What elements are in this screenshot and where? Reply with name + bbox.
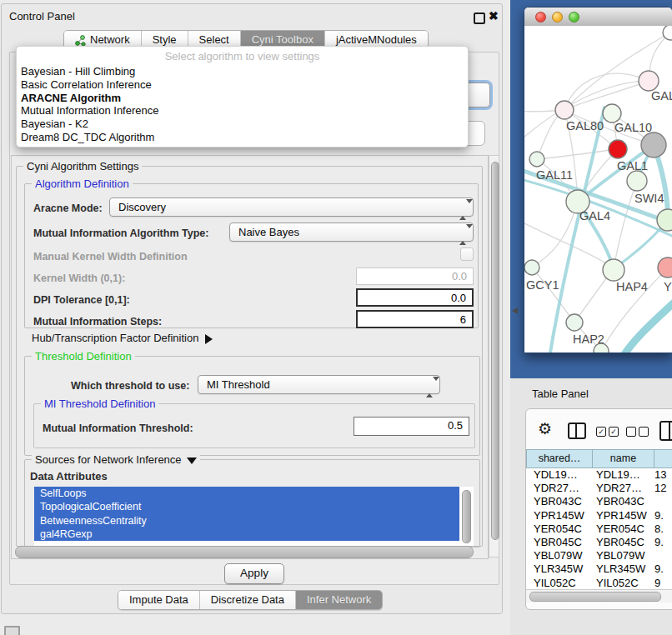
table-cell: YER054C [526, 522, 593, 536]
table-cell: YBL079W [593, 549, 654, 562]
table-row[interactable]: YBR045CYBR045C9. [526, 536, 672, 549]
application-stage: Control Panel ✖ NetworkStyleSelectCyni T… [0, 0, 672, 635]
settings-horizontal-scrollbar[interactable] [15, 546, 474, 558]
expanded-arrow-icon [187, 458, 197, 464]
table-row[interactable]: YBL079WYBL079W [526, 549, 672, 562]
node-label: HAP2 [573, 332, 604, 346]
table-cell: YIL052C [526, 577, 593, 590]
algorithm-option[interactable]: Bayesian - K2 [17, 118, 468, 131]
cyni-bottom-tabbar: Impute DataDiscretize DataInfer Network [118, 590, 383, 610]
network-node-y[interactable] [658, 258, 672, 278]
table-row[interactable]: YLR345WYLR345W9. [526, 562, 672, 576]
data-attribute-item[interactable]: gal4RGexp [34, 528, 459, 541]
algorithm-definition-group: Algorithm Definition Aracne Mode: Discov… [24, 183, 479, 328]
algorithm-option[interactable]: ARACNE Algorithm [17, 92, 468, 105]
control-panel-window: Control Panel ✖ NetworkStyleSelectCyni T… [1, 3, 503, 614]
node-label: Y [664, 280, 672, 293]
algorithm-option[interactable]: Dream8 DC_TDC Algorithm [17, 131, 468, 144]
tab-discretize-data[interactable]: Discretize Data [199, 591, 295, 609]
table-cell: YBR043C [526, 495, 593, 508]
network-edge [524, 81, 649, 144]
table-function-icon[interactable] [659, 421, 672, 441]
table-cell: YBR043C [593, 495, 654, 508]
column-header-extra[interactable] [654, 449, 672, 468]
splitter-arrow-icon[interactable] [512, 308, 518, 314]
dock-panel-icon[interactable] [4, 626, 20, 635]
network-node-gal1[interactable] [627, 171, 647, 191]
column-header-name[interactable]: name [593, 449, 654, 468]
table-cell: YIL052C [593, 577, 654, 590]
table-horizontal-scrollbar[interactable] [526, 589, 672, 602]
which-threshold-combobox[interactable]: MI Threshold [198, 375, 440, 394]
node-label: GAL11 [536, 168, 573, 182]
deselect-all-icon[interactable] [626, 427, 649, 437]
table-body: YDL19…YDL19…13YDR27…YDR27…12YBR043CYBR04… [526, 468, 672, 589]
table-cell: YER054C [593, 522, 654, 536]
network-node[interactable] [609, 140, 627, 158]
tab-infer-network[interactable]: Infer Network [295, 591, 382, 609]
data-attribute-item[interactable]: SelfLoops [34, 487, 459, 500]
network-node[interactable] [657, 209, 672, 231]
node-label: SWI4 [634, 192, 664, 205]
node-label: GCY1 [526, 278, 559, 292]
network-graph: GALGAL80GAL10GAL1GAL11GAL4GCY1HAP4YHAP2S… [524, 26, 672, 352]
table-row[interactable]: YBR043CYBR043C [526, 495, 672, 508]
table-panel-title: Table Panel [532, 388, 589, 400]
network-node-hap2[interactable] [566, 314, 583, 331]
table-header-row: shared…name [526, 449, 672, 468]
network-node-gal10[interactable] [603, 104, 621, 122]
tab-impute-data[interactable]: Impute Data [118, 591, 199, 609]
table-cell: YPR145W [593, 509, 654, 522]
algorithm-option[interactable]: Bayesian - Hill Climbing [17, 65, 468, 78]
data-attributes-list[interactable]: SelfLoopsTopologicalCoefficientBetweenne… [34, 487, 474, 546]
aracne-mode-combobox[interactable]: Discovery [109, 198, 474, 217]
node-label: GAL80 [566, 119, 604, 132]
kernel-width-label: Kernel Width (0,1): [33, 272, 125, 284]
window-minimize-icon[interactable] [552, 12, 563, 22]
columns-icon[interactable] [568, 422, 586, 439]
dpi-tolerance-input[interactable]: 0.0 [356, 288, 474, 307]
list-scrollbar[interactable] [462, 490, 471, 543]
network-canvas[interactable]: GALGAL80GAL10GAL1GAL11GAL4GCY1HAP4YHAP2S… [524, 26, 672, 352]
table-cell: 9. [654, 509, 672, 522]
settings-vertical-scrollbar[interactable] [489, 155, 499, 558]
mi-steps-label: Mutual Information Steps: [33, 316, 162, 328]
network-node-gal80[interactable] [555, 101, 574, 119]
window-zoom-icon[interactable] [569, 12, 579, 22]
select-all-icon[interactable]: ✓✓ [596, 427, 619, 437]
mi-type-label: Mutual Information Algorithm Type: [33, 228, 208, 239]
sources-legend[interactable]: Sources for Network Inference [32, 453, 200, 466]
mi-threshold-input[interactable]: 0.5 [354, 417, 469, 436]
table-row[interactable]: YDL19…YDL19…13 [526, 468, 672, 482]
data-attribute-item[interactable]: BetweennessCentrality [34, 514, 459, 528]
apply-button[interactable]: Apply [224, 563, 284, 584]
network-node[interactable] [641, 132, 666, 158]
mi-steps-input[interactable]: 6 [356, 310, 474, 328]
kernel-width-input[interactable]: 0.0 [356, 268, 474, 285]
network-window-titlebar[interactable] [524, 8, 672, 27]
algorithm-option[interactable]: Basic Correlation Inference [17, 78, 468, 92]
algorithm-dropdown-list: Bayesian - Hill ClimbingBasic Correlatio… [17, 65, 468, 144]
network-node-gal11[interactable] [529, 152, 544, 167]
mi-type-combobox[interactable]: Naive Bayes [229, 222, 474, 242]
table-cell: YLR345W [526, 562, 593, 576]
network-node-hap4[interactable] [603, 259, 624, 281]
window-close-icon[interactable] [535, 12, 546, 22]
data-attribute-item[interactable]: TopologicalCoefficient [34, 500, 459, 513]
table-row[interactable]: YPR145WYPR145W9. [526, 509, 672, 522]
close-icon[interactable]: ✖ [489, 9, 499, 22]
node-label: HAP4 [616, 280, 648, 293]
table-row[interactable]: YER054CYER054C8. [526, 522, 672, 536]
table-row[interactable]: YIL052CYIL052C9 [526, 577, 672, 590]
hub-definition-toggle[interactable]: Hub/Transcription Factor Definition [32, 332, 213, 344]
network-node-gal[interactable] [639, 71, 659, 91]
algorithm-dropdown-placeholder: Select algorithm to view settings [17, 47, 468, 65]
algorithm-option[interactable]: Mutual Information Inference [17, 104, 468, 118]
manual-kernel-checkbox[interactable] [460, 248, 474, 261]
float-panel-icon[interactable] [474, 12, 485, 24]
gear-icon[interactable]: ⚙ [538, 419, 552, 438]
table-row[interactable]: YDR27…YDR27…12 [526, 482, 672, 495]
network-node-gcy1[interactable] [524, 260, 539, 275]
column-header-shared[interactable]: shared… [526, 449, 593, 468]
stepper-icon [459, 226, 469, 238]
